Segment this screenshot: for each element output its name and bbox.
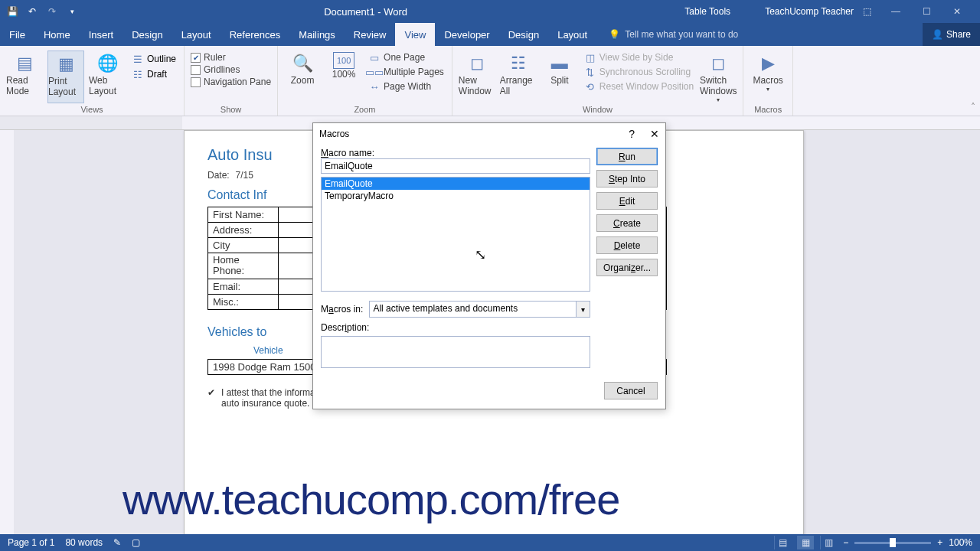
print-layout-view-icon[interactable]: ▦ <box>797 536 814 549</box>
outline-button[interactable]: ☰Outline <box>130 52 178 66</box>
web-layout-button[interactable]: 🌐Web Layout <box>89 51 126 103</box>
close-icon[interactable]: ✕ <box>942 2 972 21</box>
multi-pages-button[interactable]: ▭▭Multiple Pages <box>367 65 446 79</box>
ribbon-tabs: File Home Insert Design Layout Reference… <box>0 23 980 46</box>
tab-review[interactable]: Review <box>345 23 396 46</box>
macros-in-label: Macros in: <box>321 304 363 315</box>
share-label: Share <box>946 29 971 40</box>
switch-windows-button[interactable]: ◻Switch Windows▾ <box>700 51 737 103</box>
print-layout-button[interactable]: ▦Print Layout <box>47 51 84 103</box>
minimize-icon[interactable]: — <box>880 2 911 21</box>
user-name: TeachUcomp Teacher <box>765 6 854 17</box>
read-mode-view-icon[interactable]: ▤ <box>774 536 791 549</box>
outline-icon: ☰ <box>132 53 144 65</box>
undo-icon[interactable]: ↶ <box>23 2 41 21</box>
row-misc: Misc.: <box>208 294 279 309</box>
redo-icon[interactable]: ↷ <box>43 2 61 21</box>
sync-scroll-button: ⇅Synchronous Scrolling <box>583 65 695 79</box>
group-show-label: Show <box>191 103 271 116</box>
qat-more-icon[interactable]: ▾ <box>63 2 81 21</box>
macros-button[interactable]: ▶Macros▾ <box>750 51 786 103</box>
maximize-icon[interactable]: ☐ <box>911 2 942 21</box>
group-zoom-label: Zoom <box>284 103 446 116</box>
read-mode-button[interactable]: ▤Read Mode <box>6 51 43 103</box>
zoom-icon: 🔍 <box>290 52 315 75</box>
sync-scroll-icon: ⇅ <box>584 66 596 78</box>
date-label: Date: <box>207 170 230 181</box>
word-count[interactable]: 80 words <box>65 537 103 548</box>
ruler-checkbox[interactable]: ✔Ruler <box>191 52 271 63</box>
hundred-percent-button[interactable]: 100100% <box>325 51 362 103</box>
page-indicator[interactable]: Page 1 of 1 <box>8 537 54 548</box>
tab-insert[interactable]: Insert <box>80 23 123 46</box>
tab-design[interactable]: Design <box>122 23 172 46</box>
edit-button[interactable]: Edit <box>596 192 658 210</box>
list-item[interactable]: EmailQuote <box>322 178 590 190</box>
nav-pane-checkbox[interactable]: Navigation Pane <box>191 77 271 87</box>
gridlines-checkbox[interactable]: Gridlines <box>191 64 271 75</box>
tell-me-search[interactable]: 💡 Tell me what you want to do <box>596 23 923 46</box>
help-icon[interactable]: ? <box>629 128 635 140</box>
tab-references[interactable]: References <box>220 23 289 46</box>
switch-windows-icon: ◻ <box>706 52 730 75</box>
share-icon: 👤 <box>932 29 943 40</box>
description-box[interactable] <box>321 336 590 368</box>
share-button[interactable]: 👤 Share <box>923 23 980 46</box>
one-page-button[interactable]: ▭One Page <box>367 51 446 64</box>
row-address: Address: <box>208 223 279 238</box>
page-width-button[interactable]: ↔Page Width <box>367 80 446 93</box>
macros-icon: ▶ <box>756 52 780 75</box>
ribbon-display-icon[interactable]: ⬚ <box>863 6 871 17</box>
run-button[interactable]: Run <box>596 148 658 165</box>
tab-developer[interactable]: Developer <box>435 23 498 46</box>
macro-record-icon[interactable]: ▢ <box>132 537 140 548</box>
create-button[interactable]: Create <box>596 214 658 232</box>
save-icon[interactable]: 💾 <box>3 2 21 21</box>
delete-button[interactable]: Delete <box>596 236 658 254</box>
list-item[interactable]: TemporaryMacro <box>322 190 590 202</box>
group-macros-label: Macros <box>750 103 786 116</box>
macro-name-label: Macro name: <box>321 148 590 158</box>
arrange-all-button[interactable]: ☷Arrange All <box>500 51 537 103</box>
arrange-all-icon: ☷ <box>506 52 531 75</box>
spell-check-icon[interactable]: ✎ <box>113 537 121 548</box>
tab-table-design[interactable]: Design <box>499 23 548 46</box>
zoom-in-icon[interactable]: + <box>937 537 942 548</box>
row-email: Email: <box>208 279 279 294</box>
hundred-icon: 100 <box>333 52 354 69</box>
reset-pos-icon: ⟲ <box>584 80 596 93</box>
tab-file[interactable]: File <box>0 23 34 46</box>
reset-pos-button: ⟲Reset Window Position <box>583 80 695 93</box>
web-layout-icon: 🌐 <box>95 52 119 75</box>
macros-in-combo[interactable]: All active templates and documents ▾ <box>369 301 590 318</box>
watermark-text: www.teachucomp.com/free <box>122 474 619 524</box>
title-bar: 💾 ↶ ↷ ▾ Document1 - Word Table Tools Tea… <box>0 0 980 23</box>
web-layout-view-icon[interactable]: ▥ <box>820 536 837 549</box>
new-window-button[interactable]: ◻New Window <box>459 51 495 103</box>
zoom-level[interactable]: 100% <box>949 537 972 548</box>
read-mode-icon: ▤ <box>12 52 37 75</box>
tab-view[interactable]: View <box>395 23 435 46</box>
organizer-button[interactable]: Organizer... <box>596 259 658 276</box>
group-views-label: Views <box>6 103 178 116</box>
dialog-close-icon[interactable]: ✕ <box>650 128 659 140</box>
tab-table-layout[interactable]: Layout <box>548 23 596 46</box>
macro-listbox[interactable]: EmailQuote TemporaryMacro <box>321 177 590 292</box>
zoom-out-icon[interactable]: − <box>843 537 848 548</box>
tab-layout[interactable]: Layout <box>172 23 220 46</box>
step-into-button[interactable]: Step Into <box>596 170 658 187</box>
draft-button[interactable]: ☷Draft <box>130 67 178 81</box>
collapse-ribbon-icon[interactable]: ˄ <box>971 102 975 112</box>
one-page-icon: ▭ <box>368 51 381 64</box>
tab-home[interactable]: Home <box>34 23 80 46</box>
document-title: Document1 - Word <box>81 6 650 18</box>
macro-name-input[interactable] <box>321 158 590 174</box>
macros-dialog[interactable]: Macros ? ✕ Macro name: EmailQuote Tempor… <box>312 122 666 409</box>
chevron-down-icon[interactable]: ▾ <box>576 302 590 317</box>
zoom-button[interactable]: 🔍Zoom <box>284 51 321 103</box>
tab-mailings[interactable]: Mailings <box>289 23 345 46</box>
cancel-button[interactable]: Cancel <box>604 382 658 399</box>
vertical-ruler[interactable] <box>0 130 14 543</box>
zoom-slider[interactable] <box>854 542 931 544</box>
split-button[interactable]: ▬Split <box>541 51 578 103</box>
